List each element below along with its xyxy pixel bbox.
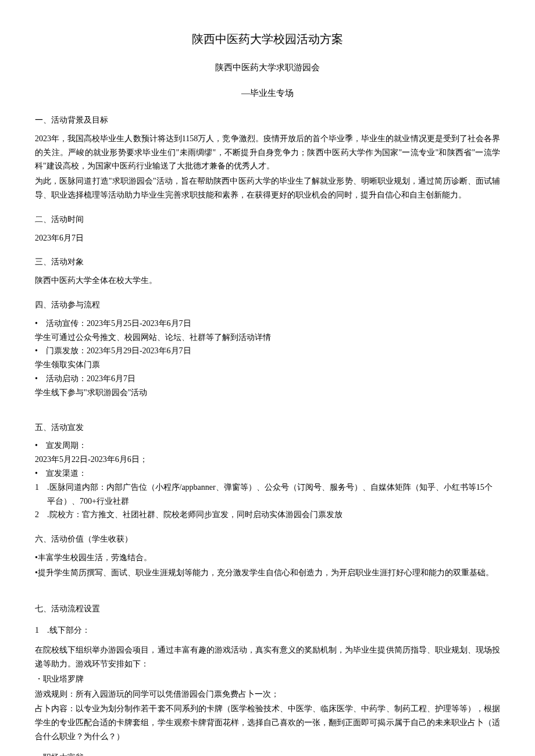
document-main-title: 陕西中医药大学校园活动方案 [35,29,500,49]
section-4-bullet-3: • 活动启动：2023年6月7日 [35,372,500,386]
section-7-heading: 七、活动流程设置 [35,602,500,616]
document-subtitle: 陕西中医药大学求职游园会 [35,60,500,76]
section-5-bullet-1-detail: 2023年5月22日-2023年6月6日； [35,453,500,467]
section-5-item-1: 1 .医脉同道内部：内部广告位（小程序/appbanner、弹窗等）、公众号（订… [35,481,500,508]
section-6-heading: 六、活动价值（学生收获） [35,532,500,546]
section-6-p2: •提升学生简历撰写、面试、职业生涯规划等能力，充分激发学生自信心和创造力，为开启… [35,566,500,580]
section-6-p1: •丰富学生校园生活，劳逸结合。 [35,551,500,565]
section-4-heading: 四、活动参与流程 [35,298,500,312]
section-3-heading: 三、活动对象 [35,255,500,269]
section-4-bullet-1-detail: 学生可通过公众号推文、校园网站、论坛、社群等了解到活动详情 [35,331,500,345]
section-5-heading: 五、活动宣发 [35,421,500,435]
section-4-bullet-1: • 活动宣传：2023年5月25日-2023年6月7日 [35,317,500,331]
section-2-text: 2023年6月7日 [35,231,500,245]
section-1-heading: 一、活动背景及目标 [35,113,500,127]
game-1-content: 占卜内容：以专业为划分制作若干套不同系列的卡牌（医学检验技术、中医学、临床医学、… [35,702,500,743]
section-5-bullet-2: • 宣发渠道： [35,467,500,481]
section-1-paragraph-1: 2023年，我国高校毕业生人数预计将达到1158万人，竞争激烈。疫情开放后的首个… [35,132,500,173]
section-3-text: 陕西中医药大学全体在校大学生。 [35,274,500,288]
section-7-sub-1: 1 .线下部分： [35,624,500,637]
section-1-paragraph-2: 为此，医脉同道打造"求职游园会"活动，旨在帮助陕西中医药大学的毕业生了解就业形势… [35,174,500,202]
section-5-item-2: 2 .院校方：官方推文、社团社群、院校老师同步宣发，同时启动实体游园会门票发放 [35,508,500,522]
section-5-bullet-1: • 宣发周期： [35,439,500,453]
section-4-bullet-2: • 门票发放：2023年5月29日-2023年6月7日 [35,344,500,358]
section-2-heading: 二、活动时间 [35,213,500,227]
game-1-rule: 游戏规则：所有入园游玩的同学可以凭借游园会门票免费占卜一次； [35,687,500,701]
game-2-title: ・职场大富翁 [35,751,500,756]
document-subtitle-2: —毕业生专场 [35,86,500,101]
section-4-bullet-3-detail: 学生线下参与"求职游园会"活动 [35,386,500,400]
game-1-title: ・职业塔罗牌 [35,672,500,686]
section-4-bullet-2-detail: 学生领取实体门票 [35,358,500,372]
section-7-p1: 在院校线下组织举办游园会项目，通过丰富有趣的游戏活动，真实有意义的奖励机制，为毕… [35,643,500,671]
